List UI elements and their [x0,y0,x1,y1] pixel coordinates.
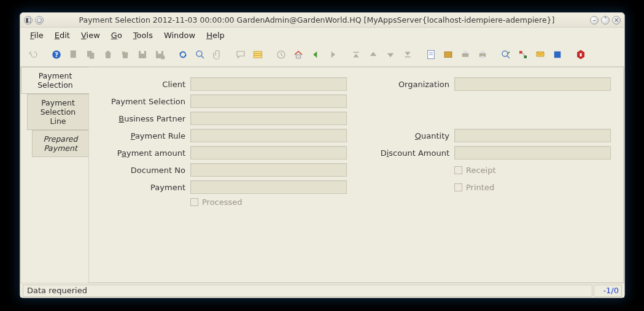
label-organization: Organization [378,80,454,89]
chat-icon[interactable] [233,47,249,63]
menu-go[interactable]: Go [106,29,127,41]
menu-bar: File Edit View Go Tools Window Help [20,28,624,42]
field-document-no[interactable] [190,163,347,177]
delete-icon[interactable] [100,47,116,63]
field-organization[interactable] [454,77,611,91]
tab-label: Prepared [36,134,85,144]
label-business-partner: Business Partner [101,114,190,123]
tab-label: Payment [36,144,85,153]
vertical-tabs: Payment Selection Payment Selection Line… [21,67,88,283]
app-window: ◧ ○ Payment Selection 2012-11-03 00:00:0… [20,12,625,298]
menu-view[interactable]: View [76,29,105,41]
checkbox-printed[interactable]: Printed [454,183,611,192]
tab-label: Payment [25,71,85,80]
window-shade-icon[interactable]: ○ [35,16,44,25]
svg-rect-12 [254,51,262,58]
forward-icon[interactable] [325,47,341,63]
field-payment-amount[interactable] [190,146,347,159]
svg-rect-16 [296,55,301,58]
svg-rect-28 [519,51,522,54]
label-payment-selection: Payment Selection [101,97,190,106]
field-discount-amount[interactable] [454,146,611,159]
tab-label: Selection Line [31,107,85,126]
svg-rect-24 [481,51,484,53]
field-client[interactable] [190,77,347,91]
product-info-icon[interactable] [549,47,565,63]
label-payment-amount: Payment amount [101,148,190,158]
label-client: Client [101,80,190,89]
tab-label: Selection [25,80,85,90]
window-title: Payment Selection 2012-11-03 00:00:00 Ga… [44,15,590,25]
workflow-icon[interactable] [515,47,531,63]
attachment-icon[interactable] [209,47,225,63]
print-preview-icon[interactable] [457,47,473,63]
exit-icon[interactable] [573,47,589,63]
copy-icon[interactable] [83,47,99,63]
first-icon[interactable] [348,47,364,63]
refresh-icon[interactable] [175,47,191,63]
back-icon[interactable] [308,47,324,63]
checkbox-label: Processed [202,198,242,207]
form-grid: Client Organization Payment Selection Bu… [101,77,611,207]
checkbox-label: Printed [466,183,494,192]
svg-rect-8 [158,51,161,54]
checkbox-icon [454,166,462,174]
checkbox-label: Receipt [466,166,496,175]
svg-rect-22 [464,51,467,53]
save-icon[interactable] [134,47,150,63]
down-icon[interactable] [382,47,398,63]
svg-rect-4 [90,53,95,59]
window-controls-right: – ˄ × [590,16,621,25]
svg-rect-6 [141,51,144,54]
print-icon[interactable] [475,47,491,63]
find-icon[interactable] [192,47,208,63]
up-icon[interactable] [365,47,381,63]
minimize-icon[interactable]: – [590,16,599,25]
tab-payment-selection[interactable]: Payment Selection [21,67,89,94]
menu-window[interactable]: Window [159,29,200,41]
svg-rect-21 [462,53,469,56]
field-payment-rule[interactable] [190,129,347,142]
svg-rect-2 [71,50,76,58]
tab-payment-selection-line[interactable]: Payment Selection Line [27,94,88,130]
tab-prepared-payment[interactable]: Prepared Payment [32,130,88,157]
help-icon[interactable]: ? [48,47,64,63]
field-payment-selection[interactable] [190,94,347,108]
delete-selection-icon[interactable] [117,47,133,63]
toolbar: ? [20,42,624,67]
label-payment: Payment [101,183,190,192]
archive-icon[interactable] [440,47,456,63]
request-icon[interactable] [532,47,548,63]
svg-line-11 [201,55,204,58]
field-payment[interactable] [190,180,347,194]
menu-help[interactable]: Help [201,29,230,41]
undo-icon[interactable] [25,47,41,63]
label-quantity: Quantity [378,131,454,140]
report-icon[interactable] [423,47,439,63]
zoom-across-icon[interactable] [498,47,514,63]
last-icon[interactable] [400,47,416,63]
svg-rect-20 [444,52,452,57]
checkbox-receipt[interactable]: Receipt [454,166,611,175]
field-business-partner[interactable] [190,112,347,125]
svg-rect-31 [554,51,561,58]
close-icon[interactable]: × [612,16,621,25]
content-area: Payment Selection Payment Selection Line… [20,67,624,283]
field-quantity[interactable] [454,129,611,142]
checkbox-processed[interactable]: Processed [190,198,347,207]
history-icon[interactable] [273,47,289,63]
maximize-icon[interactable]: ˄ [601,16,610,25]
save-new-icon[interactable] [152,47,168,63]
home-icon[interactable] [290,47,306,63]
menu-edit[interactable]: Edit [50,29,75,41]
window-menu-icon[interactable]: ◧ [24,16,33,25]
title-bar: ◧ ○ Payment Selection 2012-11-03 00:00:0… [20,13,624,28]
grid-toggle-icon[interactable] [250,47,266,63]
new-icon[interactable] [66,47,82,63]
menu-file[interactable]: File [25,29,48,41]
status-bar: Data requeried -1/0 [20,283,624,298]
svg-text:?: ? [55,50,58,58]
checkbox-icon [454,183,462,191]
menu-tools[interactable]: Tools [128,29,158,41]
svg-rect-25 [481,56,484,58]
